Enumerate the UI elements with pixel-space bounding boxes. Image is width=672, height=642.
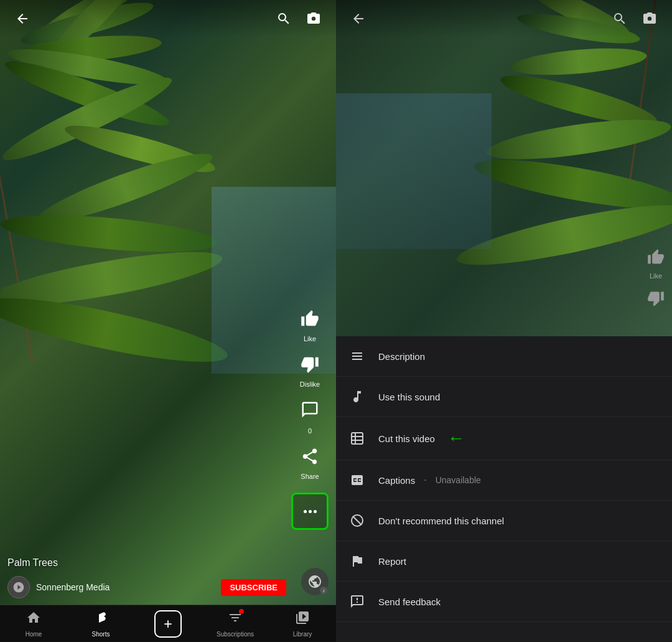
- right-palm-visual: [336, 0, 672, 336]
- captions-dot: ·: [424, 474, 426, 486]
- share-label: Share: [301, 473, 319, 480]
- dislike-label: Dislike: [300, 380, 320, 388]
- use-sound-label: Use this sound: [378, 392, 660, 402]
- description-label: Description: [378, 351, 660, 362]
- subscribe-button[interactable]: SUBSCRIBE: [221, 579, 286, 596]
- right-like-button[interactable]: Like: [647, 248, 665, 280]
- send-feedback-icon: [348, 593, 366, 610]
- dislike-icon: [301, 355, 319, 378]
- right-actions: Like Dislike 0 Share: [291, 309, 329, 530]
- nav-add[interactable]: +: [134, 610, 202, 638]
- subs-badge-dot: [239, 609, 244, 614]
- subscriptions-icon: [228, 610, 243, 629]
- cut-video-icon: [348, 430, 366, 447]
- comments-count: 0: [308, 427, 312, 435]
- share-icon: [301, 447, 319, 470]
- report-label: Report: [378, 556, 660, 567]
- captions-sub: Unavailable: [436, 475, 481, 485]
- green-arrow-icon: ←: [447, 428, 465, 448]
- menu-item-dont-recommend[interactable]: Don't recommend this channel: [336, 501, 672, 541]
- back-button[interactable]: [10, 6, 35, 31]
- dislike-button[interactable]: Dislike: [300, 355, 320, 388]
- right-top-icons: [607, 6, 662, 31]
- svg-line-5: [353, 516, 362, 525]
- top-right-icons: [271, 6, 326, 31]
- video-title: Palm Trees: [7, 557, 286, 569]
- palm-visual: [0, 0, 336, 642]
- right-search-button[interactable]: [607, 6, 632, 31]
- right-back-button[interactable]: [346, 6, 371, 31]
- comments-icon: [301, 400, 319, 423]
- right-like-label: Like: [650, 272, 662, 280]
- channel-avatar: [7, 576, 30, 598]
- captions-icon: [348, 471, 366, 489]
- menu-item-cut-video[interactable]: Cut this video ←: [336, 417, 672, 460]
- comments-button[interactable]: 0: [301, 400, 319, 435]
- right-camera-button[interactable]: [637, 6, 662, 31]
- dont-recommend-label: Don't recommend this channel: [378, 516, 660, 526]
- top-bar-right: [336, 0, 672, 37]
- menu-item-send-feedback[interactable]: Send feedback: [336, 582, 672, 622]
- right-dislike-icon: [647, 290, 665, 311]
- report-icon: [348, 552, 366, 570]
- home-label: Home: [26, 631, 42, 638]
- menu-item-use-sound[interactable]: Use this sound: [336, 377, 672, 417]
- search-button[interactable]: [271, 6, 296, 31]
- bottom-nav: Home Shorts + Subscriptions Library: [0, 605, 336, 642]
- like-button[interactable]: Like: [301, 309, 319, 342]
- menu-list: Description Use this sound Cut this vide…: [336, 336, 672, 642]
- right-side-actions: Like: [647, 248, 665, 311]
- nav-subscriptions[interactable]: Subscriptions: [202, 610, 269, 638]
- subscriptions-label: Subscriptions: [217, 631, 254, 638]
- menu-item-report[interactable]: Report: [336, 541, 672, 582]
- menu-item-description[interactable]: Description: [336, 336, 672, 377]
- channel-row: Sonnenberg Media SUBSCRIBE: [7, 576, 286, 598]
- right-like-icon: [647, 248, 665, 270]
- channel-name: Sonnenberg Media: [36, 582, 215, 592]
- nav-library[interactable]: Library: [269, 610, 336, 638]
- shorts-icon: [93, 610, 108, 629]
- cut-video-label: Cut this video: [378, 433, 435, 444]
- use-sound-icon: [348, 388, 366, 405]
- nav-home[interactable]: Home: [0, 610, 67, 638]
- home-icon: [26, 610, 41, 629]
- more-options-icon: [304, 510, 317, 513]
- like-label: Like: [304, 335, 316, 342]
- top-bar-left: [0, 0, 336, 37]
- nav-shorts[interactable]: Shorts: [67, 610, 134, 638]
- captions-label: Captions: [378, 475, 415, 486]
- globe-button[interactable]: ♪: [301, 568, 329, 595]
- right-dislike-button[interactable]: [647, 290, 665, 311]
- shorts-label: Shorts: [92, 631, 110, 638]
- right-video-area: Like: [336, 0, 672, 336]
- camera-button[interactable]: [301, 6, 326, 31]
- description-icon: [348, 347, 366, 365]
- send-feedback-label: Send feedback: [378, 597, 660, 607]
- library-label: Library: [293, 631, 312, 638]
- cut-video-row: Cut this video ←: [378, 428, 465, 448]
- dont-recommend-icon: [348, 512, 366, 529]
- right-panel: Like Description Use this sound: [336, 0, 672, 642]
- more-options-button[interactable]: [291, 493, 329, 530]
- captions-row: Captions · Unavailable: [378, 474, 481, 486]
- left-panel: Like Dislike 0 Share: [0, 0, 336, 642]
- share-button[interactable]: Share: [301, 447, 319, 480]
- like-icon: [301, 309, 319, 333]
- library-icon: [295, 610, 310, 629]
- bottom-info: Palm Trees Sonnenberg Media SUBSCRIBE: [7, 557, 286, 598]
- svg-rect-0: [352, 433, 363, 444]
- add-icon: +: [154, 610, 182, 638]
- menu-item-captions[interactable]: Captions · Unavailable: [336, 460, 672, 501]
